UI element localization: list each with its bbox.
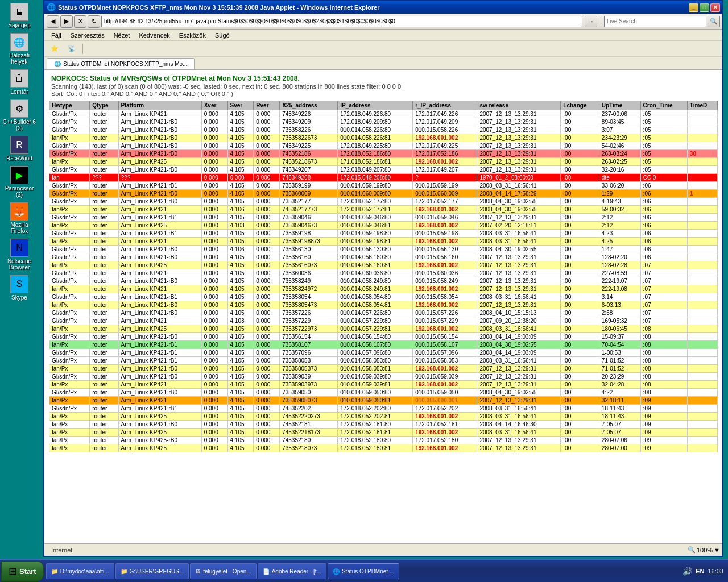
cell-x25: 735358054 [280, 293, 338, 301]
cell-td [687, 325, 717, 333]
cell-qt: router [90, 349, 118, 357]
cell-rip: 172.017.052.180 [413, 436, 477, 444]
refresh-button[interactable]: ↻ [88, 15, 100, 28]
table-row: Ian/Px router Arm_Linux KP425 0.000 4.10… [49, 413, 718, 421]
cell-qt: router [90, 365, 118, 373]
desktop-icon-skype[interactable]: S Skype [2, 275, 36, 301]
cell-qt: router [90, 421, 118, 429]
cell-plat: Arm_Linux KP421-rB0 [118, 134, 201, 142]
cell-xver: 0.000 [201, 285, 228, 293]
cell-qt: router [90, 301, 118, 309]
cell-ip: 010.014.058.226:80 [338, 126, 413, 134]
menu-sugo[interactable]: Súgó [210, 31, 234, 40]
search-button[interactable]: 🔍 [708, 16, 720, 27]
forward-button[interactable]: ▶ [60, 15, 73, 28]
cell-hw: GI/sdn/Px [49, 405, 90, 413]
cell-qt: router [90, 150, 118, 158]
cell-qt: router [90, 389, 118, 397]
start-button[interactable]: ⊞ Start [1, 561, 44, 581]
browser-window: 🌐 Status OTPDMnet NOPKPOCS XFTP_nms Mon … [43, 0, 723, 557]
maximize-button[interactable]: □ [700, 3, 709, 12]
cell-xver: 0.000 [201, 134, 228, 142]
stop-button[interactable]: ✕ [74, 15, 86, 28]
tab-status[interactable]: 🌐 Status OTPDMnet NOPKPOCS XFTP_nms Mo..… [47, 58, 195, 69]
cell-lc: :00 [561, 182, 599, 190]
taskbar-icon-0: 📁 [51, 568, 58, 575]
cell-sw: 2007_12_13_13:29:31 [477, 214, 561, 222]
cell-plat: Arm_Linux KP425 [118, 222, 201, 230]
minimize-button[interactable]: _ [689, 3, 698, 12]
table-row: GI/sdn/Px router Arm_Linux KP421-rB1 0.0… [49, 182, 718, 190]
firefox-icon: 🦊 [10, 202, 28, 221]
cell-plat: Arm_Linux KP421-rB0 [118, 333, 201, 341]
table-row: Ian/Px router Arm_Linux KP421-rB0 0.000 … [49, 365, 718, 373]
cell-sw: 2007_12_13_13:29:31 [477, 301, 561, 309]
cell-rip: 010.015.058.053 [413, 357, 477, 365]
taskbar-item-4[interactable]: 🌐 Status OTPDMnet ... [328, 563, 399, 579]
cell-ip: 010.014.057.096:80 [338, 349, 413, 357]
table-row: GI/sdn/Px router Arm_Linux KP421-rB0 0.0… [49, 198, 718, 206]
cell-ip: 010.014.056.160:80 [338, 253, 413, 261]
feeds-btn[interactable]: 📡 [64, 43, 80, 55]
cell-sw: 2008_03_31_16:56:41 [477, 238, 561, 246]
zoom-dropdown[interactable]: ▼ [714, 547, 720, 554]
taskbar-item-1[interactable]: 📁 G:\USER\GREGUS... [115, 563, 189, 579]
cell-qt: router [90, 246, 118, 253]
taskbar-item-2[interactable]: 🖥 felugyelet - Open... [190, 563, 257, 579]
cell-lc: :00 [561, 206, 599, 214]
cell-rver: 0.000 [254, 389, 280, 397]
taskbar-item-0[interactable]: 📁 D:\mydoc\aaa\offi... [46, 563, 114, 579]
cell-sver: 4.105 [228, 333, 254, 341]
cell-td: CD [687, 174, 717, 182]
cell-rip: 010.015.056.154 [413, 333, 477, 341]
desktop-icon-halozati[interactable]: 🌐 Hálózati helyek [2, 33, 36, 65]
cell-sw: 2008_04_30_19:02:55 [477, 198, 561, 206]
menu-kedvencek[interactable]: Kedvencek [134, 31, 174, 40]
table-row: Ian/Px router Arm_Linux KP421 0.000 4.10… [49, 381, 718, 389]
desktop-icon-rscew[interactable]: R RsceWind [2, 136, 36, 161]
cell-rver: 0.000 [254, 421, 280, 429]
cell-xver: 0.000 [201, 261, 228, 269]
cell-plat: Arm_Linux KP421-rB1 [118, 341, 201, 349]
menu-szerkesztes[interactable]: Szerkesztés [66, 31, 109, 40]
cell-lc: :00 [561, 134, 599, 142]
menu-fajl[interactable]: Fájl [47, 31, 66, 40]
favorites-star[interactable]: ⭐ [47, 43, 63, 55]
cell-ip: 172.018.052.180:81 [338, 444, 413, 452]
desktop-icon-lomtar[interactable]: 🗑 Lomtár [2, 69, 36, 95]
zoom-control[interactable]: 🔍 100% ▼ [688, 546, 720, 554]
cell-hw: GI/sdn/Px [49, 126, 90, 134]
cell-cron: :06 [640, 214, 687, 222]
cell-lc: :00 [561, 118, 599, 126]
cell-ip: 172.015.049.208:80 [338, 174, 413, 182]
taskbar-icon-3: 📄 [263, 568, 270, 575]
cell-sver: 4.105 [228, 429, 254, 436]
back-button[interactable]: ◀ [47, 15, 59, 28]
menu-eszkozok[interactable]: Eszközök [175, 31, 210, 40]
desktop-icon-netscape[interactable]: N Netscape Browser [2, 239, 36, 271]
close-button[interactable]: ✕ [710, 3, 720, 12]
tray-network-icon: 🔊 [682, 567, 692, 576]
desktop-icon-firefox[interactable]: 🦊 Mozilla Firefox [2, 202, 36, 234]
desktop-icon-sajatgep[interactable]: 🖥 Sajátgép [2, 3, 36, 28]
cell-xver: 0.000 [201, 436, 228, 444]
cell-sver: 4.105 [228, 389, 254, 397]
cell-xver: 0.000 [201, 269, 228, 277]
menu-nezet[interactable]: Nézet [109, 31, 135, 40]
table-row: Ian/Px router Arm_Linux KP421-rB1 0.000 … [49, 341, 718, 349]
search-input[interactable] [604, 16, 706, 27]
desktop-icon-parancssor[interactable]: ▶ Parancssor (2) [2, 166, 36, 198]
cell-up: 3:07 [599, 126, 640, 134]
cell-hw: Ian/Px [49, 429, 90, 436]
address-bar[interactable] [101, 16, 582, 27]
cell-td [687, 261, 717, 269]
go-button[interactable]: → [585, 16, 597, 27]
desktop-icon-cppbuilder[interactable]: ⚙ C++Builder 6 (2) [2, 99, 36, 131]
cell-td [687, 253, 717, 261]
th-lchange: Lchange [561, 101, 599, 110]
cell-rver: 0.000 [254, 110, 280, 118]
cell-ip: 172.018.052.202:80 [338, 405, 413, 413]
cell-rip: 192.168.001.002 [413, 158, 477, 166]
taskbar-item-3[interactable]: 📄 Adobe Reader - [f... [258, 563, 326, 579]
cell-xver: 0.000 [201, 325, 228, 333]
